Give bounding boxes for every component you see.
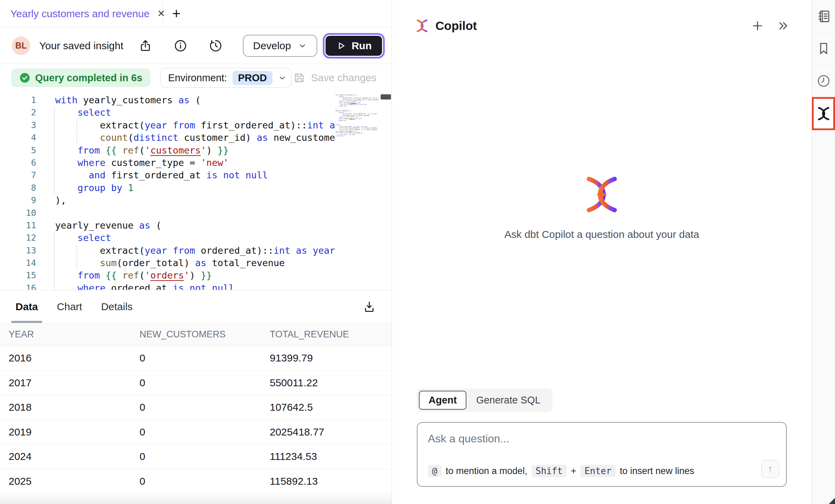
column-header: NEW_CUSTOMERS [131, 323, 261, 346]
history-icon [816, 74, 831, 88]
at-key-hint: @ [428, 465, 442, 477]
line-number: 16 [0, 282, 36, 290]
share-button[interactable] [137, 38, 153, 54]
table-row[interactable]: 20240111234.53 [0, 444, 392, 469]
query-workspace: Yearly customers and revenue ✕ + BL Your… [0, 0, 392, 504]
results-tab-details[interactable]: Details [101, 290, 133, 323]
copilot-header: Copilot [392, 0, 812, 34]
environment-select[interactable]: Environment: PROD [160, 68, 292, 88]
history-icon [209, 39, 223, 53]
copilot-panel: Copilot Ask dbt Copilot a question about… [392, 0, 812, 504]
copilot-title: Copilot [435, 19, 740, 33]
table-row[interactable]: 201902025418.77 [0, 420, 392, 444]
editor-minimap[interactable]: with yearly_customers as ( select extrac… [336, 94, 379, 287]
table-cell: 0 [131, 469, 261, 494]
line-number: 3 [0, 119, 36, 132]
newline-hint-text: to insert new lines [620, 466, 694, 476]
new-tab-button[interactable]: + [163, 0, 190, 27]
rail-history-button[interactable] [812, 65, 835, 97]
status-row: Query completed in 6s Environment: PROD … [0, 64, 392, 92]
save-changes-button[interactable]: Save changes [293, 72, 377, 84]
table-cell: 2025418.77 [261, 420, 392, 444]
table-cell: 550011.22 [261, 370, 392, 395]
plus-hint-text: + [571, 466, 576, 476]
results-tab-chart[interactable]: Chart [57, 290, 82, 323]
rail-bookmark-button[interactable] [812, 32, 835, 65]
download-icon [362, 300, 376, 314]
environment-value-pill: PROD [233, 71, 272, 85]
table-row[interactable]: 20250115892.13 [0, 469, 392, 494]
play-icon [336, 41, 346, 51]
download-button[interactable] [361, 299, 377, 315]
editor-scrollbar-thumb[interactable] [381, 94, 391, 99]
rail-notebook-button[interactable] [812, 0, 835, 32]
table-cell: 107642.5 [261, 395, 392, 420]
results-tab-data[interactable]: Data [16, 290, 38, 323]
table-cell: 0 [131, 395, 261, 420]
dbt-copilot-logo-icon [415, 19, 429, 33]
rail-copilot-button[interactable] [812, 97, 835, 130]
develop-dropdown[interactable]: Develop [243, 35, 317, 57]
line-number: 9 [0, 194, 36, 207]
send-button[interactable]: ↑ [761, 460, 779, 478]
notebook-icon [816, 9, 831, 23]
table-cell: 2017 [0, 370, 131, 395]
copilot-icon [816, 106, 831, 121]
chevron-down-icon [278, 74, 287, 82]
sql-editor[interactable]: 1234567891011121314151617181920212223242… [0, 92, 392, 290]
table-row[interactable]: 2016091399.79 [0, 346, 392, 371]
history-button[interactable] [208, 38, 224, 54]
column-header: YEAR [0, 323, 131, 346]
tab-yearly-customers-and-revenue[interactable]: Yearly customers and revenue ✕ [0, 0, 163, 27]
save-icon [293, 72, 306, 84]
results-table: YEARNEW_CUSTOMERSTOTAL_REVENUE 201609139… [0, 323, 392, 494]
new-chat-button[interactable] [750, 18, 765, 34]
enter-key-hint: Enter [580, 465, 616, 477]
query-status-text: Query completed in 6s [35, 72, 142, 84]
check-circle-icon [19, 72, 30, 83]
environment-label: Environment: [168, 72, 227, 84]
table-row[interactable]: 20180107642.5 [0, 395, 392, 420]
mention-hint-text: to mention a model, [446, 466, 527, 476]
arrow-up-icon: ↑ [768, 463, 773, 475]
double-chevron-right-icon [777, 20, 789, 32]
table-cell: 2018 [0, 395, 131, 420]
mode-agent[interactable]: Agent [419, 391, 466, 410]
editor-gutter: 1234567891011121314151617181920212223242… [0, 94, 36, 290]
line-number: 13 [0, 244, 36, 257]
collapse-panel-button[interactable] [775, 18, 791, 34]
table-cell: 91399.79 [261, 346, 392, 371]
insight-title: Your saved insight [39, 40, 137, 52]
line-number: 7 [0, 169, 36, 181]
run-label: Run [352, 40, 372, 52]
mode-generate-sql[interactable]: Generate SQL [466, 391, 550, 410]
rail-spacer [812, 130, 835, 504]
line-number: 4 [0, 132, 36, 144]
run-button[interactable]: Run [326, 36, 382, 56]
resize-handle[interactable] [829, 498, 835, 504]
ask-question-input[interactable] [418, 423, 786, 454]
line-number: 14 [0, 257, 36, 269]
insight-toolbar: BL Your saved insight Develop [0, 28, 392, 64]
indent-guide [76, 244, 77, 270]
table-cell: 2019 [0, 420, 131, 444]
tab-title: Yearly customers and revenue [10, 8, 150, 20]
line-number: 6 [0, 157, 36, 169]
minimap-code: with yearly_customers as ( select extrac… [336, 94, 379, 137]
table-cell: 115892.13 [261, 469, 392, 494]
copilot-input-area: AgentGenerate SQL @ to mention a model, … [417, 389, 787, 487]
input-hint: @ to mention a model, Shift + Enter to i… [428, 465, 694, 477]
line-number: 12 [0, 232, 36, 244]
info-button[interactable] [173, 38, 188, 54]
results-footer [0, 494, 392, 504]
results-table-body: 2016091399.7920170550011.2220180107642.5… [0, 346, 392, 494]
indent-guide [54, 232, 55, 290]
save-changes-label: Save changes [311, 72, 377, 84]
code-line[interactable]: order by 1 [336, 135, 379, 137]
share-icon [138, 39, 152, 53]
results-panel: DataChartDetails YEARNEW_CUSTOMERSTOTAL_… [0, 290, 392, 504]
table-row[interactable]: 20170550011.22 [0, 370, 392, 395]
copilot-mode-switch: AgentGenerate SQL [417, 389, 552, 412]
table-cell: 2024 [0, 444, 131, 469]
line-number: 1 [0, 94, 36, 106]
